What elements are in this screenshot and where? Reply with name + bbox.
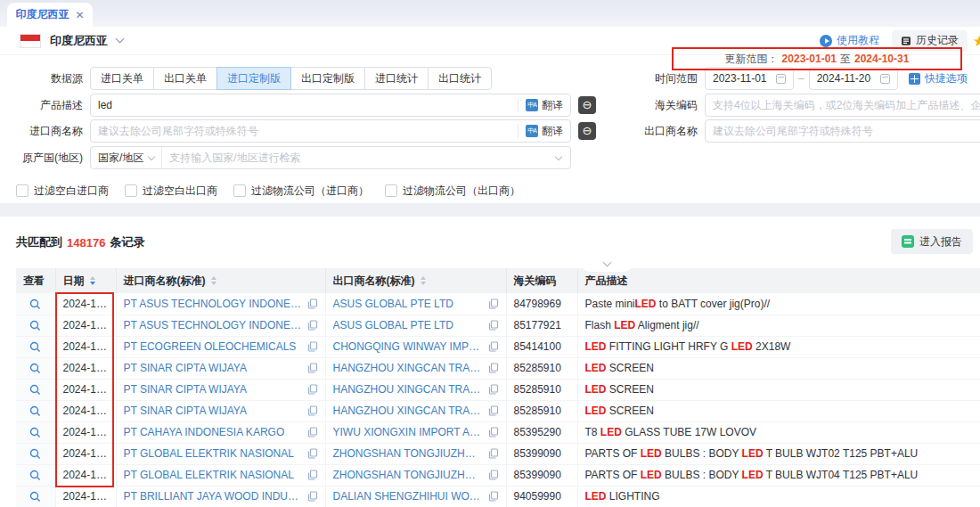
exporter-link[interactable]: HANGZHOU XINGCAN TRADING CO LTD: [333, 383, 483, 396]
view-cell[interactable]: [16, 486, 55, 507]
sort-icon[interactable]: [211, 276, 216, 285]
column-header[interactable]: 进口商名称(标准): [116, 268, 325, 293]
translate-button[interactable]: 中A 翻译: [518, 98, 570, 112]
data-source-tab[interactable]: 进口统计: [364, 67, 429, 90]
view-magnifier-icon[interactable]: [29, 384, 41, 396]
view-magnifier-icon[interactable]: [29, 427, 41, 438]
checkbox-icon[interactable]: [125, 184, 137, 197]
tab-indonesia[interactable]: 印度尼西亚 ✕: [7, 3, 93, 27]
exporter-input[interactable]: [706, 120, 980, 142]
exact-search-icon[interactable]: ⊖: [578, 122, 596, 140]
copy-icon[interactable]: [488, 491, 499, 502]
copy-icon[interactable]: [307, 470, 318, 480]
view-magnifier-icon[interactable]: [29, 320, 41, 331]
copy-icon[interactable]: [488, 470, 499, 480]
copy-icon[interactable]: [307, 427, 318, 437]
view-cell[interactable]: [16, 315, 55, 336]
filter-checkbox[interactable]: 过滤物流公司（出口商）: [385, 184, 520, 199]
view-cell[interactable]: [16, 379, 55, 400]
copy-icon[interactable]: [307, 448, 318, 459]
column-header[interactable]: 出口商名称(标准): [325, 268, 506, 293]
view-cell[interactable]: [16, 293, 55, 315]
copy-icon[interactable]: [307, 298, 318, 309]
filter-checkbox[interactable]: 过滤空白出口商: [125, 184, 217, 199]
copy-icon[interactable]: [307, 320, 318, 331]
importer-link[interactable]: PT SINAR CIPTA WIJAYA: [124, 405, 302, 417]
importer-link[interactable]: PT CAHAYA INDONESIA KARGO: [124, 426, 302, 438]
checkbox-icon[interactable]: [16, 184, 29, 197]
exact-search-icon[interactable]: ⊖: [578, 96, 596, 114]
checkbox-icon[interactable]: [385, 184, 397, 197]
filter-checkbox[interactable]: 过滤空白进口商: [16, 184, 109, 199]
tutorial-link[interactable]: 使用教程: [820, 33, 879, 48]
copy-icon[interactable]: [488, 427, 499, 437]
view-magnifier-icon[interactable]: [29, 298, 41, 310]
exporter-link[interactable]: YIWU XIONGXIN IMPORT AND EXPORT...: [333, 426, 483, 438]
product-desc-input[interactable]: [91, 94, 518, 116]
hs-code-input[interactable]: [706, 94, 980, 116]
tab-close-icon[interactable]: ✕: [75, 9, 84, 21]
copy-icon[interactable]: [307, 491, 318, 502]
copy-icon[interactable]: [307, 384, 318, 395]
data-source-tab[interactable]: 进口关单: [90, 67, 154, 90]
view-magnifier-icon[interactable]: [29, 341, 41, 353]
exporter-link[interactable]: CHONGQING WINWAY IMPORT AND E...: [333, 340, 483, 353]
importer-cell: PT CAHAYA INDONESIA KARGO: [116, 421, 325, 443]
exporter-link[interactable]: ZHONGSHAN TONGJIUZHOU INTERNA...: [333, 447, 483, 460]
importer-link[interactable]: PT ECOGREEN OLEOCHEMICALS: [124, 340, 302, 353]
data-source-tab[interactable]: 出口定制版: [290, 67, 365, 90]
view-cell[interactable]: [16, 421, 55, 443]
view-magnifier-icon[interactable]: [29, 470, 41, 481]
copy-icon[interactable]: [307, 341, 318, 352]
importer-link[interactable]: PT SINAR CIPTA WIJAYA: [124, 383, 302, 396]
copy-icon[interactable]: [307, 405, 318, 416]
view-magnifier-icon[interactable]: [29, 405, 41, 417]
quick-options-link[interactable]: 快捷选项: [909, 71, 968, 86]
copy-icon[interactable]: [488, 320, 499, 331]
copy-icon[interactable]: [488, 363, 499, 373]
exporter-link[interactable]: ZHONGSHAN TONGJIUZHOU INTERNA...: [333, 469, 483, 481]
copy-icon[interactable]: [488, 384, 499, 395]
data-source-tab[interactable]: 出口关单: [153, 67, 217, 90]
sort-icon[interactable]: [421, 276, 426, 285]
exporter-link[interactable]: HANGZHOU XINGCAN TRADING CO LTD: [333, 405, 483, 417]
favorite-star-icon[interactable]: ★: [973, 32, 980, 51]
copy-icon[interactable]: [488, 341, 499, 352]
importer-link[interactable]: PT BRILLIANT JAYA WOOD INDUSTRY: [124, 490, 302, 503]
exporter-link[interactable]: ASUS GLOBAL PTE LTD: [333, 319, 483, 331]
view-cell[interactable]: [16, 357, 55, 379]
copy-icon[interactable]: [488, 448, 499, 459]
importer-link[interactable]: PT GLOBAL ELEKTRIK NASIONAL: [124, 469, 302, 481]
data-source-tab[interactable]: 进口定制版: [216, 67, 291, 90]
origin-search-input[interactable]: [162, 147, 556, 168]
view-cell[interactable]: [16, 400, 55, 421]
exporter-link[interactable]: ASUS GLOBAL PTE LTD: [333, 298, 483, 310]
checkbox-icon[interactable]: [233, 184, 246, 197]
origin-type-select[interactable]: 国家/地区: [91, 147, 162, 168]
exporter-link[interactable]: DALIAN SHENGZHIHUI WOOD INDUST...: [333, 490, 483, 503]
sort-icon[interactable]: [90, 276, 95, 285]
importer-link[interactable]: PT SINAR CIPTA WIJAYA: [124, 362, 302, 374]
importer-link[interactable]: PT ASUS TECHNOLOGY INDONESIA BA...: [124, 319, 302, 331]
view-cell[interactable]: [16, 443, 55, 464]
data-source-tab[interactable]: 出口统计: [428, 67, 492, 90]
collapse-panel-handle[interactable]: [581, 258, 633, 272]
copy-icon[interactable]: [307, 363, 318, 373]
view-magnifier-icon[interactable]: [29, 448, 41, 460]
chevron-down-icon[interactable]: [555, 153, 562, 160]
view-cell[interactable]: [16, 464, 55, 486]
chevron-down-icon[interactable]: [116, 35, 125, 44]
translate-button[interactable]: 中A 翻译: [518, 124, 570, 138]
importer-input[interactable]: [91, 120, 518, 142]
view-magnifier-icon[interactable]: [29, 363, 41, 374]
importer-link[interactable]: PT ASUS TECHNOLOGY INDONESIA BA...: [124, 298, 302, 310]
exporter-link[interactable]: HANGZHOU XINGCAN TRADING CO LTD: [333, 362, 483, 374]
importer-link[interactable]: PT GLOBAL ELEKTRIK NASIONAL: [124, 447, 302, 460]
column-header[interactable]: 日期: [55, 268, 116, 293]
enter-report-button[interactable]: 进入报告: [891, 229, 973, 254]
view-cell[interactable]: [16, 336, 55, 357]
filter-checkbox[interactable]: 过滤物流公司（进口商）: [233, 184, 369, 199]
view-magnifier-icon[interactable]: [29, 491, 41, 503]
copy-icon[interactable]: [488, 405, 499, 416]
copy-icon[interactable]: [488, 298, 499, 309]
